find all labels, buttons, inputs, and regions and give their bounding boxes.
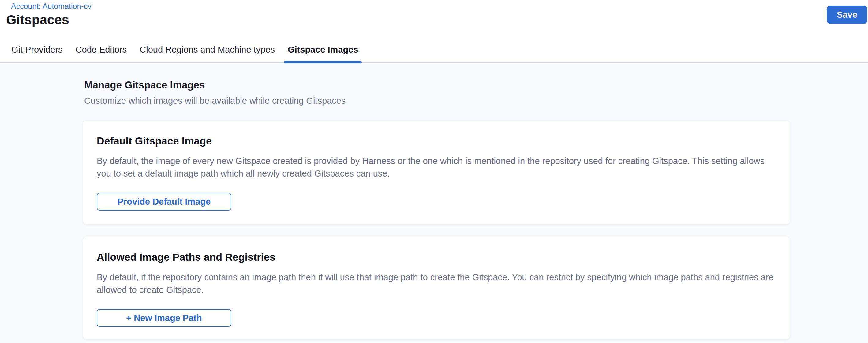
settings-tab-bar: Git Providers Code Editors Cloud Regions…	[0, 37, 868, 63]
card-description-allowed-image-paths: By default, if the repository contains a…	[97, 271, 776, 296]
section-heading: Manage Gitspace Images	[83, 79, 790, 91]
page-title: Gitspaces	[6, 12, 69, 27]
tab-cloud-regions-and-machine-types[interactable]: Cloud Regions and Machine types	[140, 37, 275, 62]
page-header: Account: Automation-cv Gitspaces Save	[0, 0, 868, 37]
card-title-allowed-image-paths: Allowed Image Paths and Registries	[97, 251, 776, 263]
account-breadcrumb-link[interactable]: Account: Automation-cv	[11, 2, 92, 11]
gitspaces-settings-page: Account: Automation-cv Gitspaces Save Gi…	[0, 0, 868, 343]
tab-code-editors[interactable]: Code Editors	[75, 37, 127, 62]
tab-git-providers[interactable]: Git Providers	[11, 37, 63, 62]
tab-gitspace-images[interactable]: Gitspace Images	[288, 37, 359, 62]
new-image-path-button[interactable]: + New Image Path	[97, 309, 231, 327]
allowed-image-paths-card: Allowed Image Paths and Registries By de…	[83, 237, 790, 339]
tab-content-gitspace-images: Manage Gitspace Images Customize which i…	[0, 63, 868, 343]
section-subheading: Customize which images will be available…	[83, 96, 790, 106]
save-button[interactable]: Save	[827, 5, 867, 24]
provide-default-image-button[interactable]: Provide Default Image	[97, 193, 231, 211]
default-gitspace-image-card: Default Gitspace Image By default, the i…	[83, 121, 790, 224]
card-description-default-gitspace-image: By default, the image of every new Gitsp…	[97, 155, 776, 180]
card-title-default-gitspace-image: Default Gitspace Image	[97, 135, 776, 147]
